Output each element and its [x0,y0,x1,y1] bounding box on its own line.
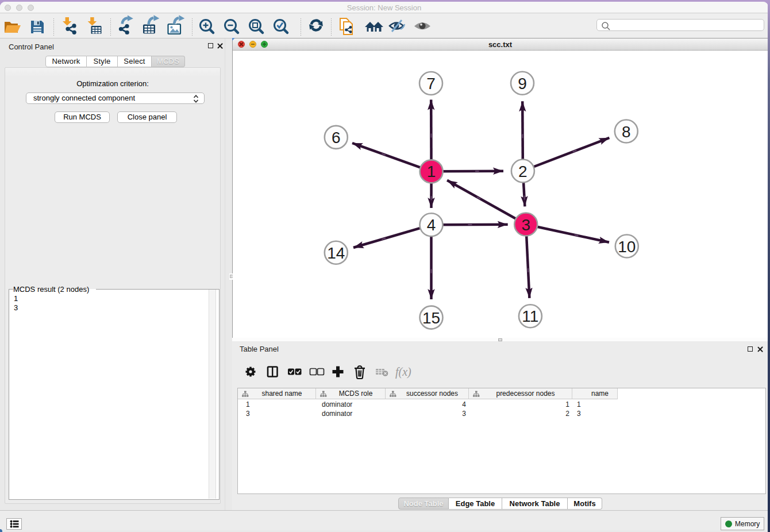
svg-text:14: 14 [327,244,345,262]
svg-text:11: 11 [522,307,538,325]
svg-text:6: 6 [332,129,341,147]
svg-text:1: 1 [427,163,436,180]
svg-text:7: 7 [426,75,436,92]
svg-text:3: 3 [521,216,530,234]
svg-text:f(x): f(x) [395,365,411,379]
svg-text:10: 10 [618,238,636,256]
svg-text:8: 8 [622,123,631,141]
svg-text:2: 2 [518,163,528,180]
svg-text:15: 15 [422,309,440,327]
svg-text:4: 4 [427,216,436,234]
svg-text:9: 9 [518,75,527,92]
